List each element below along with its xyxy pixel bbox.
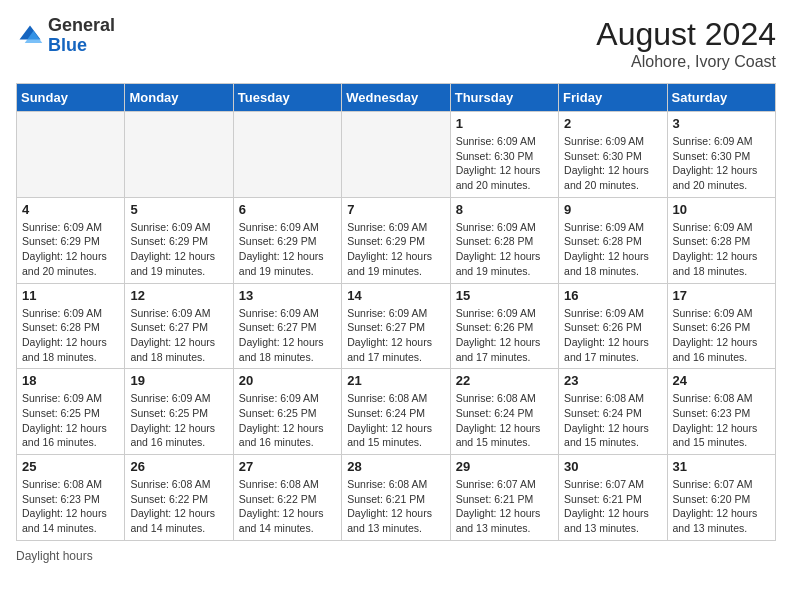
calendar-day-cell: 22Sunrise: 6:08 AMSunset: 6:24 PMDayligh… — [450, 369, 558, 455]
day-number: 23 — [564, 373, 661, 388]
day-number: 3 — [673, 116, 770, 131]
calendar-table: SundayMondayTuesdayWednesdayThursdayFrid… — [16, 83, 776, 541]
day-number: 22 — [456, 373, 553, 388]
day-info: Sunrise: 6:09 AMSunset: 6:28 PMDaylight:… — [456, 220, 553, 279]
calendar-week-row: 11Sunrise: 6:09 AMSunset: 6:28 PMDayligh… — [17, 283, 776, 369]
day-number: 15 — [456, 288, 553, 303]
calendar-day-cell: 20Sunrise: 6:09 AMSunset: 6:25 PMDayligh… — [233, 369, 341, 455]
calendar-day-cell — [125, 112, 233, 198]
day-info: Sunrise: 6:09 AMSunset: 6:26 PMDaylight:… — [456, 306, 553, 365]
calendar-day-cell: 2Sunrise: 6:09 AMSunset: 6:30 PMDaylight… — [559, 112, 667, 198]
calendar-day-cell: 15Sunrise: 6:09 AMSunset: 6:26 PMDayligh… — [450, 283, 558, 369]
day-info: Sunrise: 6:09 AMSunset: 6:27 PMDaylight:… — [347, 306, 444, 365]
day-info: Sunrise: 6:08 AMSunset: 6:24 PMDaylight:… — [456, 391, 553, 450]
day-number: 5 — [130, 202, 227, 217]
day-info: Sunrise: 6:09 AMSunset: 6:29 PMDaylight:… — [22, 220, 119, 279]
day-number: 2 — [564, 116, 661, 131]
day-number: 14 — [347, 288, 444, 303]
day-info: Sunrise: 6:07 AMSunset: 6:21 PMDaylight:… — [456, 477, 553, 536]
day-info: Sunrise: 6:08 AMSunset: 6:24 PMDaylight:… — [347, 391, 444, 450]
day-number: 24 — [673, 373, 770, 388]
day-info: Sunrise: 6:09 AMSunset: 6:25 PMDaylight:… — [239, 391, 336, 450]
calendar-day-cell — [342, 112, 450, 198]
month-year-title: August 2024 — [596, 16, 776, 53]
day-number: 31 — [673, 459, 770, 474]
day-number: 21 — [347, 373, 444, 388]
calendar-day-cell: 29Sunrise: 6:07 AMSunset: 6:21 PMDayligh… — [450, 455, 558, 541]
calendar-day-cell: 8Sunrise: 6:09 AMSunset: 6:28 PMDaylight… — [450, 197, 558, 283]
day-number: 28 — [347, 459, 444, 474]
day-info: Sunrise: 6:09 AMSunset: 6:27 PMDaylight:… — [130, 306, 227, 365]
day-number: 16 — [564, 288, 661, 303]
legend-label: Daylight hours — [16, 549, 93, 563]
day-info: Sunrise: 6:09 AMSunset: 6:30 PMDaylight:… — [673, 134, 770, 193]
day-number: 9 — [564, 202, 661, 217]
logo: General Blue — [16, 16, 115, 56]
calendar-day-cell: 10Sunrise: 6:09 AMSunset: 6:28 PMDayligh… — [667, 197, 775, 283]
day-info: Sunrise: 6:09 AMSunset: 6:30 PMDaylight:… — [456, 134, 553, 193]
calendar-day-cell: 31Sunrise: 6:07 AMSunset: 6:20 PMDayligh… — [667, 455, 775, 541]
calendar-day-cell: 5Sunrise: 6:09 AMSunset: 6:29 PMDaylight… — [125, 197, 233, 283]
calendar-day-header: Wednesday — [342, 84, 450, 112]
day-info: Sunrise: 6:09 AMSunset: 6:28 PMDaylight:… — [22, 306, 119, 365]
calendar-day-header: Friday — [559, 84, 667, 112]
calendar-week-row: 25Sunrise: 6:08 AMSunset: 6:23 PMDayligh… — [17, 455, 776, 541]
page-header: General Blue August 2024 Alohore, Ivory … — [16, 16, 776, 71]
day-info: Sunrise: 6:07 AMSunset: 6:21 PMDaylight:… — [564, 477, 661, 536]
legend: Daylight hours — [16, 549, 776, 563]
day-info: Sunrise: 6:08 AMSunset: 6:21 PMDaylight:… — [347, 477, 444, 536]
day-info: Sunrise: 6:09 AMSunset: 6:29 PMDaylight:… — [347, 220, 444, 279]
calendar-day-cell: 3Sunrise: 6:09 AMSunset: 6:30 PMDaylight… — [667, 112, 775, 198]
day-info: Sunrise: 6:09 AMSunset: 6:25 PMDaylight:… — [130, 391, 227, 450]
calendar-day-cell — [17, 112, 125, 198]
day-number: 19 — [130, 373, 227, 388]
calendar-day-cell: 7Sunrise: 6:09 AMSunset: 6:29 PMDaylight… — [342, 197, 450, 283]
day-number: 6 — [239, 202, 336, 217]
day-number: 1 — [456, 116, 553, 131]
calendar-day-cell: 17Sunrise: 6:09 AMSunset: 6:26 PMDayligh… — [667, 283, 775, 369]
calendar-day-cell: 19Sunrise: 6:09 AMSunset: 6:25 PMDayligh… — [125, 369, 233, 455]
day-info: Sunrise: 6:08 AMSunset: 6:23 PMDaylight:… — [673, 391, 770, 450]
calendar-day-header: Monday — [125, 84, 233, 112]
day-info: Sunrise: 6:08 AMSunset: 6:24 PMDaylight:… — [564, 391, 661, 450]
calendar-day-cell: 13Sunrise: 6:09 AMSunset: 6:27 PMDayligh… — [233, 283, 341, 369]
day-number: 20 — [239, 373, 336, 388]
day-number: 18 — [22, 373, 119, 388]
calendar-day-cell: 9Sunrise: 6:09 AMSunset: 6:28 PMDaylight… — [559, 197, 667, 283]
calendar-day-cell: 25Sunrise: 6:08 AMSunset: 6:23 PMDayligh… — [17, 455, 125, 541]
calendar-day-header: Sunday — [17, 84, 125, 112]
calendar-week-row: 4Sunrise: 6:09 AMSunset: 6:29 PMDaylight… — [17, 197, 776, 283]
calendar-day-cell: 27Sunrise: 6:08 AMSunset: 6:22 PMDayligh… — [233, 455, 341, 541]
day-number: 10 — [673, 202, 770, 217]
day-info: Sunrise: 6:09 AMSunset: 6:30 PMDaylight:… — [564, 134, 661, 193]
calendar-day-cell: 24Sunrise: 6:08 AMSunset: 6:23 PMDayligh… — [667, 369, 775, 455]
calendar-day-cell: 26Sunrise: 6:08 AMSunset: 6:22 PMDayligh… — [125, 455, 233, 541]
calendar-day-header: Saturday — [667, 84, 775, 112]
calendar-day-cell: 28Sunrise: 6:08 AMSunset: 6:21 PMDayligh… — [342, 455, 450, 541]
day-number: 12 — [130, 288, 227, 303]
day-info: Sunrise: 6:07 AMSunset: 6:20 PMDaylight:… — [673, 477, 770, 536]
calendar-day-cell: 1Sunrise: 6:09 AMSunset: 6:30 PMDaylight… — [450, 112, 558, 198]
calendar-day-cell: 30Sunrise: 6:07 AMSunset: 6:21 PMDayligh… — [559, 455, 667, 541]
title-block: August 2024 Alohore, Ivory Coast — [596, 16, 776, 71]
calendar-day-header: Thursday — [450, 84, 558, 112]
day-number: 4 — [22, 202, 119, 217]
calendar-day-cell: 16Sunrise: 6:09 AMSunset: 6:26 PMDayligh… — [559, 283, 667, 369]
day-number: 8 — [456, 202, 553, 217]
calendar-week-row: 1Sunrise: 6:09 AMSunset: 6:30 PMDaylight… — [17, 112, 776, 198]
calendar-day-cell: 23Sunrise: 6:08 AMSunset: 6:24 PMDayligh… — [559, 369, 667, 455]
calendar-day-cell: 14Sunrise: 6:09 AMSunset: 6:27 PMDayligh… — [342, 283, 450, 369]
day-info: Sunrise: 6:09 AMSunset: 6:27 PMDaylight:… — [239, 306, 336, 365]
calendar-day-cell: 21Sunrise: 6:08 AMSunset: 6:24 PMDayligh… — [342, 369, 450, 455]
day-info: Sunrise: 6:09 AMSunset: 6:26 PMDaylight:… — [673, 306, 770, 365]
logo-blue-text: Blue — [48, 35, 87, 55]
day-info: Sunrise: 6:08 AMSunset: 6:23 PMDaylight:… — [22, 477, 119, 536]
calendar-day-header: Tuesday — [233, 84, 341, 112]
day-info: Sunrise: 6:09 AMSunset: 6:25 PMDaylight:… — [22, 391, 119, 450]
day-number: 13 — [239, 288, 336, 303]
day-number: 29 — [456, 459, 553, 474]
calendar-day-cell: 12Sunrise: 6:09 AMSunset: 6:27 PMDayligh… — [125, 283, 233, 369]
day-number: 25 — [22, 459, 119, 474]
day-info: Sunrise: 6:08 AMSunset: 6:22 PMDaylight:… — [239, 477, 336, 536]
day-number: 26 — [130, 459, 227, 474]
